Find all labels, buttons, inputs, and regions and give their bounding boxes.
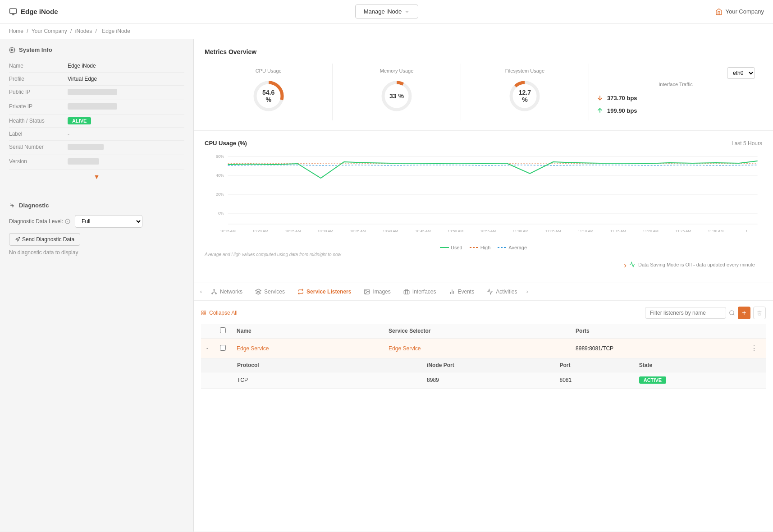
breadcrumb-inodes[interactable]: iNodes [75, 28, 92, 34]
add-listener-button[interactable]: + [738, 307, 750, 319]
trash-icon [757, 310, 762, 316]
info-icon [65, 219, 70, 224]
col-service-selector-header: Service Selector [383, 324, 570, 339]
svg-text:10:30 AM: 10:30 AM [318, 229, 334, 233]
row-kebab-button[interactable]: ⋮ [748, 343, 760, 353]
svg-marker-8 [16, 237, 20, 242]
inode-icon [9, 8, 17, 16]
tabs-next-button[interactable]: › [524, 283, 531, 300]
svg-point-50 [366, 290, 367, 291]
images-icon [364, 289, 370, 295]
traffic-up-value: 199.90 bps [607, 107, 637, 114]
svg-rect-52 [202, 311, 204, 313]
delete-listener-button[interactable] [753, 307, 766, 319]
state-badge: ACTIVE [639, 376, 666, 384]
tab-services[interactable]: Services [249, 283, 291, 301]
chart-period: Last 5 Hours [732, 140, 762, 147]
send-diagnostic-button[interactable]: Send Diagnostic Data [9, 233, 80, 246]
services-icon [255, 289, 261, 295]
collapse-all-button[interactable]: Collapse All [201, 310, 238, 316]
events-icon [449, 289, 455, 295]
col-ports-header: Ports [570, 324, 742, 339]
network-icon [211, 289, 217, 295]
svg-text:10:45 AM: 10:45 AM [415, 229, 431, 233]
interface-traffic-card: eth0 Interface Traffic 373.70 bps 199.90… [589, 63, 762, 121]
metrics-cards: CPU Usage 54.6 % Memory Usage [205, 63, 762, 121]
no-diagnostic-text: No diagnostic data to display [9, 249, 184, 256]
expand-arrow[interactable]: ▼ [9, 170, 184, 184]
svg-text:11:00 AM: 11:00 AM [513, 229, 529, 233]
tabs-prev-button[interactable]: ‹ [197, 283, 205, 300]
chart-title: CPU Usage (%) [205, 140, 247, 147]
svg-text:10:15 AM: 10:15 AM [220, 229, 236, 233]
diagnostic-icon [9, 202, 15, 209]
cpu-metric-card: CPU Usage 54.6 % [205, 64, 333, 120]
tab-images[interactable]: Images [357, 283, 397, 301]
svg-text:11:05 AM: 11:05 AM [545, 229, 561, 233]
manage-inode-button[interactable]: Manage iNode [355, 5, 419, 18]
row-checkbox[interactable] [220, 345, 226, 351]
svg-text:40%: 40% [216, 173, 224, 178]
info-row-label: Label - [9, 128, 184, 141]
diagnostic-title: Diagnostic [19, 202, 49, 209]
svg-text:10:20 AM: 10:20 AM [252, 229, 268, 233]
tab-activities[interactable]: Activities [480, 283, 523, 301]
chart-icon [629, 261, 636, 268]
cpu-chart: 60% 40% 20% 0% 10:15 AM 10:20 AM 10:25 A… [205, 152, 762, 242]
svg-rect-0 [10, 9, 17, 14]
traffic-up-row: 199.90 bps [596, 104, 755, 117]
interfaces-icon [403, 289, 410, 295]
row-checkbox-cell [215, 339, 231, 358]
col-name-header: Name [231, 324, 383, 339]
svg-line-57 [733, 314, 735, 316]
chart-next-button[interactable]: › [624, 261, 627, 270]
cpu-label: CPU Usage [212, 68, 325, 73]
filter-listeners-input[interactable] [645, 307, 726, 319]
table-row: - Edge Service Edge Service 8989:8081/TC… [201, 339, 766, 358]
listeners-icon [297, 289, 304, 295]
row-expand-cell[interactable]: - [201, 339, 215, 358]
sub-table-header: Protocol iNode Port Port State [201, 358, 766, 372]
filter-group: + [645, 307, 766, 319]
system-info-section: System Info Name Edge iNode Profile Virt… [0, 39, 193, 191]
svg-rect-53 [204, 311, 206, 313]
arrow-up-icon [596, 107, 604, 114]
version-blurred [68, 158, 99, 165]
svg-text:0%: 0% [218, 211, 224, 216]
arrow-down-icon [596, 94, 604, 101]
table-body: - Edge Service Edge Service 8989:8081/TC… [201, 339, 766, 389]
svg-text:10:40 AM: 10:40 AM [383, 229, 398, 233]
eth-select[interactable]: eth0 [727, 67, 755, 79]
sub-col-port: Port [554, 358, 633, 372]
tab-interfaces[interactable]: Interfaces [397, 283, 443, 301]
svg-rect-55 [204, 313, 206, 315]
select-all-checkbox[interactable] [220, 327, 226, 333]
sub-port-cell: 8081 [554, 372, 633, 388]
svg-point-45 [215, 293, 216, 294]
sub-table-body: TCP 8989 8081 ACTIVE [201, 372, 766, 388]
legend-average-line [498, 247, 507, 248]
eth-header: eth0 [596, 67, 755, 79]
cpu-value: 54.6 % [260, 89, 278, 103]
sub-inode-port-cell: 8989 [421, 372, 554, 388]
svg-text:10:55 AM: 10:55 AM [480, 229, 496, 233]
private-ip-blurred [68, 103, 117, 110]
row-ports-cell: 8989:8081/TCP [570, 339, 742, 358]
tab-service-listeners[interactable]: Service Listeners [291, 283, 357, 301]
diagnostic-level-select[interactable]: Full Basic Advanced [75, 215, 142, 228]
breadcrumb-home[interactable]: Home [9, 28, 23, 34]
row-expand-button[interactable]: - [206, 345, 208, 352]
svg-text:20%: 20% [216, 192, 224, 197]
legend-high: High [470, 245, 491, 250]
tab-networks[interactable]: Networks [205, 283, 249, 301]
left-panel: System Info Name Edge iNode Profile Virt… [0, 39, 194, 532]
col-checkbox [215, 324, 231, 339]
home-icon [715, 8, 723, 15]
breadcrumb: Home / Your Company / iNodes / Edge iNod… [0, 23, 773, 39]
table-header: Name Service Selector Ports [201, 324, 766, 339]
breadcrumb-company[interactable]: Your Company [32, 28, 67, 34]
svg-text:11:30 AM: 11:30 AM [708, 229, 724, 233]
breadcrumb-current: Edge iNode [102, 28, 130, 34]
legend-average: Average [498, 245, 527, 250]
tab-events[interactable]: Events [443, 283, 481, 301]
